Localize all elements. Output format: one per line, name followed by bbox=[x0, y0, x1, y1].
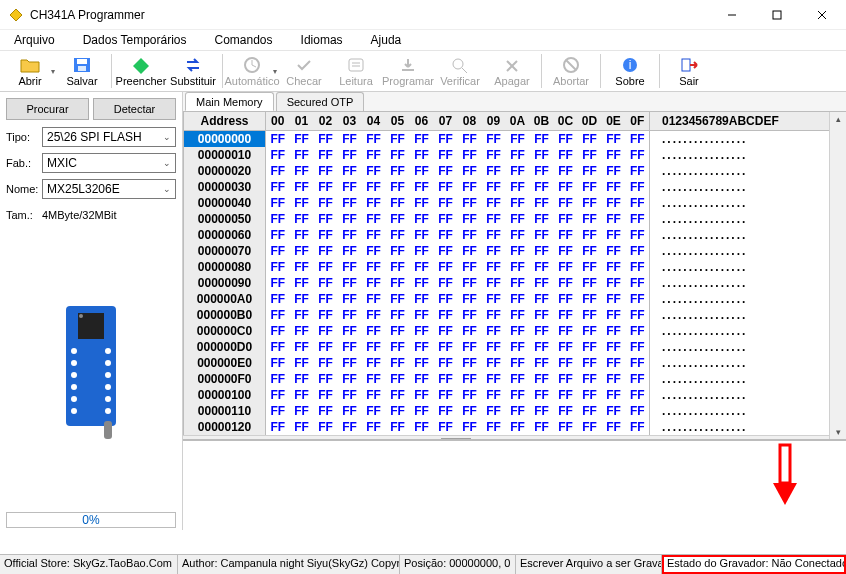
hex-byte-cell[interactable]: FF bbox=[554, 291, 578, 307]
hex-byte-cell[interactable]: FF bbox=[506, 179, 530, 195]
hex-byte-cell[interactable]: FF bbox=[458, 163, 482, 179]
hex-byte-cell[interactable]: FF bbox=[578, 307, 602, 323]
hex-byte-cell[interactable]: FF bbox=[530, 291, 554, 307]
hex-byte-cell[interactable]: FF bbox=[266, 403, 290, 419]
hex-byte-cell[interactable]: FF bbox=[578, 275, 602, 291]
hex-byte-cell[interactable]: FF bbox=[578, 163, 602, 179]
hex-byte-cell[interactable]: FF bbox=[482, 323, 506, 339]
hex-byte-cell[interactable]: FF bbox=[458, 323, 482, 339]
hex-byte-cell[interactable]: FF bbox=[578, 291, 602, 307]
hex-row[interactable]: 000000A0FFFFFFFFFFFFFFFFFFFFFFFFFFFFFFFF… bbox=[184, 291, 830, 307]
hex-byte-cell[interactable]: FF bbox=[314, 403, 338, 419]
menu-comandos[interactable]: Comandos bbox=[211, 31, 277, 49]
hex-byte-cell[interactable]: FF bbox=[602, 211, 626, 227]
hex-byte-cell[interactable]: FF bbox=[266, 307, 290, 323]
hex-row[interactable]: 000000C0FFFFFFFFFFFFFFFFFFFFFFFFFFFFFFFF… bbox=[184, 323, 830, 339]
hex-byte-cell[interactable]: FF bbox=[578, 243, 602, 259]
menu-arquivo[interactable]: Arquivo bbox=[10, 31, 59, 49]
menu-ajuda[interactable]: Ajuda bbox=[367, 31, 406, 49]
hex-byte-cell[interactable]: FF bbox=[314, 355, 338, 371]
hex-byte-cell[interactable]: FF bbox=[554, 307, 578, 323]
hex-byte-cell[interactable]: FF bbox=[530, 243, 554, 259]
hex-byte-cell[interactable]: FF bbox=[338, 211, 362, 227]
hex-byte-cell[interactable]: FF bbox=[578, 419, 602, 435]
hex-byte-cell[interactable]: FF bbox=[458, 131, 482, 148]
hex-byte-cell[interactable]: FF bbox=[602, 339, 626, 355]
hex-byte-cell[interactable]: FF bbox=[290, 227, 314, 243]
hex-byte-cell[interactable]: FF bbox=[314, 387, 338, 403]
hex-byte-cell[interactable]: FF bbox=[626, 323, 650, 339]
hex-byte-cell[interactable]: FF bbox=[338, 131, 362, 148]
hex-byte-cell[interactable]: FF bbox=[314, 323, 338, 339]
hex-byte-cell[interactable]: FF bbox=[506, 291, 530, 307]
hex-byte-cell[interactable]: FF bbox=[314, 339, 338, 355]
hex-row[interactable]: 00000080FFFFFFFFFFFFFFFFFFFFFFFFFFFFFFFF… bbox=[184, 259, 830, 275]
hex-byte-cell[interactable]: FF bbox=[362, 211, 386, 227]
hex-byte-cell[interactable]: FF bbox=[530, 163, 554, 179]
hex-byte-cell[interactable]: FF bbox=[386, 275, 410, 291]
hex-byte-cell[interactable]: FF bbox=[434, 131, 458, 148]
hex-byte-cell[interactable]: FF bbox=[458, 259, 482, 275]
hex-byte-cell[interactable]: FF bbox=[530, 339, 554, 355]
hex-byte-cell[interactable]: FF bbox=[266, 131, 290, 148]
hex-byte-cell[interactable]: FF bbox=[410, 243, 434, 259]
hex-byte-cell[interactable]: FF bbox=[386, 227, 410, 243]
hex-byte-cell[interactable]: FF bbox=[314, 163, 338, 179]
hex-byte-cell[interactable]: FF bbox=[458, 291, 482, 307]
hex-byte-cell[interactable]: FF bbox=[434, 307, 458, 323]
hex-byte-cell[interactable]: FF bbox=[458, 403, 482, 419]
hex-byte-cell[interactable]: FF bbox=[506, 419, 530, 435]
hex-row[interactable]: 000000E0FFFFFFFFFFFFFFFFFFFFFFFFFFFFFFFF… bbox=[184, 355, 830, 371]
hex-byte-cell[interactable]: FF bbox=[626, 147, 650, 163]
detectar-button[interactable]: Detectar bbox=[93, 98, 176, 120]
hex-byte-cell[interactable]: FF bbox=[266, 243, 290, 259]
hex-byte-cell[interactable]: FF bbox=[434, 259, 458, 275]
hex-byte-cell[interactable]: FF bbox=[434, 355, 458, 371]
hex-byte-cell[interactable]: FF bbox=[386, 211, 410, 227]
hex-byte-cell[interactable]: FF bbox=[602, 195, 626, 211]
hex-byte-cell[interactable]: FF bbox=[410, 419, 434, 435]
hex-row[interactable]: 00000030FFFFFFFFFFFFFFFFFFFFFFFFFFFFFFFF… bbox=[184, 179, 830, 195]
hex-byte-cell[interactable]: FF bbox=[386, 339, 410, 355]
hex-byte-cell[interactable]: FF bbox=[578, 371, 602, 387]
hex-byte-cell[interactable]: FF bbox=[578, 147, 602, 163]
hex-byte-cell[interactable]: FF bbox=[410, 371, 434, 387]
hex-byte-cell[interactable]: FF bbox=[602, 259, 626, 275]
hex-byte-cell[interactable]: FF bbox=[434, 163, 458, 179]
hex-byte-cell[interactable]: FF bbox=[602, 307, 626, 323]
hex-byte-cell[interactable]: FF bbox=[386, 307, 410, 323]
menu-dados-temporarios[interactable]: Dados Temporários bbox=[79, 31, 191, 49]
hex-byte-cell[interactable]: FF bbox=[626, 291, 650, 307]
hex-byte-cell[interactable]: FF bbox=[314, 307, 338, 323]
hex-byte-cell[interactable]: FF bbox=[506, 211, 530, 227]
hex-byte-cell[interactable]: FF bbox=[482, 355, 506, 371]
hex-byte-cell[interactable]: FF bbox=[338, 371, 362, 387]
hex-byte-cell[interactable]: FF bbox=[602, 371, 626, 387]
hex-byte-cell[interactable]: FF bbox=[578, 387, 602, 403]
hex-byte-cell[interactable]: FF bbox=[530, 403, 554, 419]
hex-byte-cell[interactable]: FF bbox=[626, 131, 650, 148]
hex-byte-cell[interactable]: FF bbox=[314, 275, 338, 291]
hex-byte-cell[interactable]: FF bbox=[290, 163, 314, 179]
hex-byte-cell[interactable]: FF bbox=[626, 387, 650, 403]
hex-byte-cell[interactable]: FF bbox=[290, 275, 314, 291]
hex-byte-cell[interactable]: FF bbox=[386, 403, 410, 419]
hex-byte-cell[interactable]: FF bbox=[410, 131, 434, 148]
hex-byte-cell[interactable]: FF bbox=[554, 275, 578, 291]
hex-byte-cell[interactable]: FF bbox=[434, 227, 458, 243]
hex-byte-cell[interactable]: FF bbox=[554, 371, 578, 387]
automatico-button[interactable]: Automático▾ bbox=[226, 51, 278, 91]
hex-byte-cell[interactable]: FF bbox=[386, 419, 410, 435]
hex-byte-cell[interactable]: FF bbox=[410, 387, 434, 403]
hex-byte-cell[interactable]: FF bbox=[530, 195, 554, 211]
hex-byte-cell[interactable]: FF bbox=[554, 419, 578, 435]
hex-byte-cell[interactable]: FF bbox=[434, 195, 458, 211]
hex-byte-cell[interactable]: FF bbox=[410, 259, 434, 275]
abortar-button[interactable]: Abortar bbox=[545, 51, 597, 91]
hex-byte-cell[interactable]: FF bbox=[554, 147, 578, 163]
hex-byte-cell[interactable]: FF bbox=[362, 307, 386, 323]
hex-byte-cell[interactable]: FF bbox=[362, 419, 386, 435]
hex-byte-cell[interactable]: FF bbox=[602, 131, 626, 148]
hex-byte-cell[interactable]: FF bbox=[338, 307, 362, 323]
hex-byte-cell[interactable]: FF bbox=[458, 179, 482, 195]
